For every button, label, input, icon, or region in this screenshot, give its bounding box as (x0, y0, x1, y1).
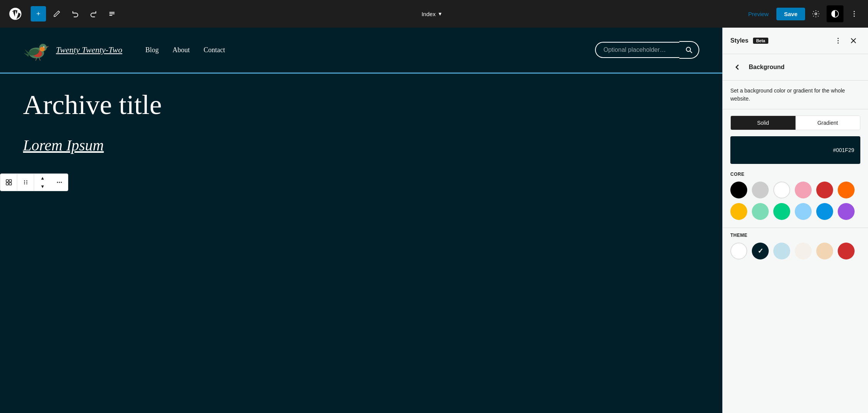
svg-point-23 (24, 180, 25, 182)
svg-point-29 (57, 182, 58, 183)
swatch-orange[interactable] (838, 182, 855, 198)
bird-logo-icon (23, 38, 50, 61)
swatch-theme-dark[interactable] (752, 243, 769, 259)
svg-line-16 (39, 58, 40, 61)
svg-rect-22 (9, 183, 12, 185)
svg-point-24 (24, 182, 25, 183)
svg-point-28 (26, 183, 27, 185)
swatch-pink[interactable] (795, 182, 812, 198)
panel-close-button[interactable] (847, 34, 860, 48)
archive-title: Archive title (23, 89, 699, 121)
archive-section: Archive title Lorem Ipsum (0, 73, 722, 170)
divider (723, 228, 868, 228)
settings-button[interactable] (808, 6, 824, 21)
core-label: CORE (723, 170, 868, 182)
swatch-theme-light-blue[interactable] (773, 243, 790, 259)
theme-label: THEME (723, 231, 868, 243)
index-dropdown-button[interactable]: Index ▾ (417, 7, 446, 20)
redo-button[interactable] (86, 6, 101, 21)
swatch-gray[interactable] (752, 182, 769, 198)
swatch-theme-peach[interactable] (816, 243, 833, 259)
theme-swatches (723, 243, 868, 264)
solid-button[interactable]: Solid (731, 116, 796, 130)
svg-rect-19 (6, 180, 8, 182)
styles-panel: Styles Beta (722, 28, 868, 413)
svg-point-6 (854, 13, 855, 15)
swatch-theme-cream[interactable] (795, 243, 812, 259)
svg-point-31 (61, 182, 62, 183)
svg-point-14 (44, 46, 45, 47)
swatch-green[interactable] (773, 203, 790, 220)
svg-rect-21 (6, 183, 8, 185)
swatch-theme-red[interactable] (838, 243, 855, 259)
nav-contact[interactable]: Contact (204, 46, 225, 54)
block-controls: ▲ ▼ (0, 173, 68, 191)
background-description: Set a background color or gradient for t… (723, 81, 868, 109)
nav-blog[interactable]: Blog (145, 46, 159, 54)
search-input[interactable] (595, 42, 679, 58)
svg-point-17 (686, 47, 690, 51)
swatch-black[interactable] (730, 182, 747, 198)
block-move-controls: ▲ ▼ (34, 174, 51, 191)
more-options-button[interactable] (847, 6, 862, 21)
core-swatches (723, 182, 868, 225)
back-button[interactable] (730, 60, 744, 74)
swatch-light-blue[interactable] (795, 203, 812, 220)
site-title: Twenty Twenty-Two (56, 45, 122, 55)
theme-toggle-button[interactable] (827, 5, 843, 22)
main-area: Twenty Twenty-Two Blog About Contact (0, 28, 868, 413)
color-preview[interactable]: #001F29 (730, 136, 860, 164)
svg-point-7 (854, 16, 855, 17)
panel-header-actions (831, 34, 860, 48)
block-select-button[interactable] (0, 174, 17, 191)
panel-header: Styles Beta (723, 28, 868, 54)
preview-button[interactable]: Preview (744, 8, 773, 20)
lorem-ipsum-link[interactable]: Lorem Ipsum (23, 136, 699, 154)
block-move-up-button[interactable]: ▲ (34, 174, 51, 182)
swatch-red[interactable] (816, 182, 833, 198)
swatch-yellow[interactable] (730, 203, 747, 220)
svg-line-18 (690, 51, 692, 53)
block-move-down-button[interactable]: ▼ (34, 182, 51, 191)
svg-point-34 (838, 43, 839, 44)
nav-about[interactable]: About (173, 46, 190, 54)
swatch-light-green[interactable] (752, 203, 769, 220)
toolbar: + Index ▾ Preview Save (0, 0, 868, 28)
beta-badge: Beta (753, 38, 768, 44)
swatch-blue[interactable] (816, 203, 833, 220)
preview-area: Twenty Twenty-Two Blog About Contact (0, 28, 722, 413)
svg-point-25 (24, 183, 25, 185)
save-button[interactable]: Save (776, 8, 805, 20)
search-form (595, 41, 699, 59)
svg-rect-20 (9, 180, 12, 182)
add-block-button[interactable]: + (31, 6, 46, 21)
swatch-theme-white[interactable] (730, 243, 747, 259)
site-nav: Blog About Contact (145, 46, 225, 54)
edit-button[interactable] (49, 6, 64, 21)
search-button[interactable] (679, 41, 699, 59)
panel-title-row: Styles Beta (730, 37, 768, 44)
background-panel-title: Background (749, 64, 784, 71)
svg-point-33 (838, 40, 839, 41)
swatch-purple[interactable] (838, 203, 855, 220)
svg-point-30 (59, 182, 60, 183)
svg-point-27 (26, 182, 27, 183)
svg-point-26 (26, 180, 27, 182)
background-panel-header: Background (723, 54, 868, 81)
panel-more-button[interactable] (831, 34, 845, 48)
color-hex-value: #001F29 (833, 147, 854, 153)
panel-title: Styles (730, 37, 748, 44)
site-logo: Twenty Twenty-Two (23, 38, 122, 61)
index-label: Index (421, 11, 436, 17)
block-more-button[interactable] (51, 174, 68, 191)
wp-logo (6, 0, 25, 28)
toolbar-right: Preview Save (744, 5, 862, 22)
gradient-button[interactable]: Gradient (796, 116, 860, 130)
swatch-white[interactable] (773, 182, 790, 198)
list-view-button[interactable] (104, 6, 120, 21)
svg-point-5 (854, 11, 855, 12)
svg-point-3 (815, 13, 817, 15)
block-drag-button[interactable] (17, 174, 34, 191)
undo-button[interactable] (67, 6, 83, 21)
toolbar-center: Index ▾ (123, 7, 741, 20)
